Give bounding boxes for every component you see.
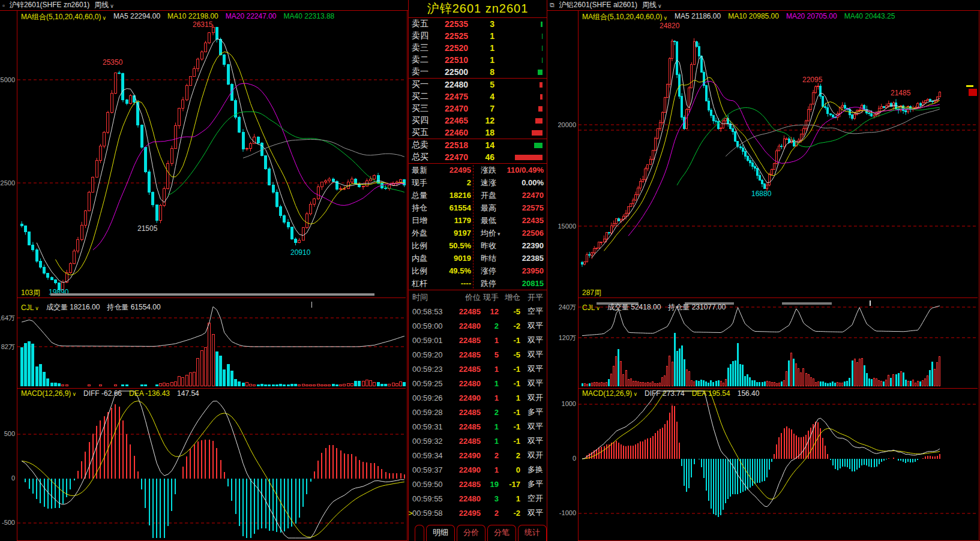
stat-label: 日增: [412, 215, 434, 226]
volume-indicator-dropdown[interactable]: CJL∨: [582, 302, 600, 312]
quote-tabs: 明细分价分笔统计: [409, 525, 547, 541]
ob-label: 卖一: [412, 67, 432, 77]
tape-volume: 1: [481, 336, 499, 345]
ob-label: 买四: [412, 115, 432, 126]
ma-settings-dropdown[interactable]: MA组合(5,10,20,40,60,0)∨: [21, 12, 106, 22]
tape-volume: 19: [481, 480, 499, 489]
ob-volume: 18: [468, 128, 495, 137]
order-book-row-买二[interactable]: 买二224754: [409, 91, 547, 103]
order-book-row-买四[interactable]: 买四2246512: [409, 115, 547, 127]
order-book-row-总卖[interactable]: 总卖2251814: [409, 139, 547, 151]
order-book-row-卖二[interactable]: 卖二225101: [409, 54, 547, 66]
order-book-row-买五[interactable]: 买五2246018: [409, 127, 547, 139]
stat-label: 最高: [481, 203, 506, 214]
quote-stats: 最新22495涨跌110/0.49%现手2速涨0.00%总量18216开盘224…: [409, 164, 547, 290]
ob-price: 22525: [432, 31, 468, 41]
right_chart-price-chart[interactable]: 24820220952148516880287周: [579, 11, 978, 298]
axis-tick-label: -1000: [559, 509, 576, 516]
ob-bar-cell: [495, 46, 544, 51]
tape-header-cell: 增仓: [499, 292, 520, 303]
macd-indicator-dropdown[interactable]: MACD(12,26,9)∨: [582, 389, 637, 398]
left-period-label: 周线: [94, 0, 109, 10]
ma-settings-dropdown[interactable]: MA组合(5,10,20,40,60,0)∨: [582, 12, 667, 22]
current-row-marker: >: [408, 509, 413, 518]
left-period-selector[interactable]: 周线 ∨: [94, 0, 114, 10]
ob-label: 买一: [412, 79, 432, 90]
ob-bar-cell: [495, 22, 544, 27]
tape-price: 22485: [449, 336, 481, 345]
left-chart-area[interactable]: 2631525350215052091019890103周MA组合(5,10,2…: [17, 11, 407, 541]
ob-label: 总卖: [412, 140, 432, 151]
stat-label: 涨停: [481, 266, 506, 276]
right-period-label: 周线: [642, 0, 657, 10]
left_chart-price-chart[interactable]: 2631525350215052091019890103周: [17, 11, 406, 298]
stat-label: 最低: [481, 215, 506, 226]
ob-bar-cell: [495, 58, 544, 63]
tape-time: 00:59:31: [412, 422, 449, 431]
ob-price: 22510: [432, 55, 468, 65]
order-book-row-卖一[interactable]: 卖一225008: [409, 66, 547, 78]
ob-volume: 8: [468, 67, 495, 77]
stat-label: 比例: [412, 241, 434, 251]
tape-header-cell: 价位: [449, 292, 481, 303]
right-chart-area[interactable]: 24820220952148516880287周MA组合(5,10,20,40,…: [578, 11, 979, 541]
stat-label: 速涨: [481, 178, 506, 188]
order-book-row-卖四[interactable]: 卖四225251: [409, 30, 547, 42]
ob-label: 卖五: [412, 19, 432, 29]
tape-row: 00:59:372249010多换: [409, 462, 547, 477]
right_chart-macd-chart[interactable]: [579, 389, 978, 540]
tape-price: 22490: [449, 451, 481, 460]
tape-volume: 2: [481, 321, 499, 330]
stat-value: 23950: [506, 266, 544, 275]
quote-tab-2[interactable]: 分笔: [487, 525, 516, 541]
ob-price: 22535: [432, 19, 468, 29]
ob-price: 22480: [432, 80, 468, 89]
tab-stub[interactable]: [415, 525, 424, 541]
tape-volume: 5: [481, 350, 499, 359]
tape-time: 00:59:20: [412, 350, 449, 359]
left-axis-strip: 2500022500164万82万5000-500: [0, 11, 17, 541]
ob-price: 22500: [432, 67, 468, 77]
tape-flag: 空平: [520, 306, 543, 317]
left_chart-volume-chart[interactable]: [17, 298, 406, 389]
tape-oi-change: -1: [499, 422, 520, 431]
left_chart-macd-chart[interactable]: [17, 389, 406, 540]
tape-price: 22485: [449, 422, 481, 431]
trading-terminal: ▫ 沪锌2601(SHFE zn2601) 周线 ∨ 2500022500164…: [0, 0, 980, 541]
tape-volume: 1: [481, 465, 499, 474]
ob-label: 总买: [412, 152, 432, 163]
ob-volume: 46: [468, 152, 495, 162]
order-book-row-卖五[interactable]: 卖五225353: [409, 18, 547, 30]
ob-depth-bar: [534, 143, 543, 148]
stat-label: 内盘: [412, 253, 434, 264]
right-period-selector[interactable]: 周线 ∨: [642, 0, 662, 10]
quote-tab-0[interactable]: 明细: [426, 525, 455, 541]
tape-oi-change: -5: [499, 307, 520, 316]
stat-row-比例: 比例50.5%昨收22390: [409, 239, 547, 252]
tape-oi-change: -5: [499, 350, 520, 359]
quote-tab-1[interactable]: 分价: [457, 525, 485, 541]
tape-flag: 双平: [520, 435, 543, 446]
macd-indicator-dropdown[interactable]: MACD(12,26,9)∨: [21, 389, 76, 398]
order-book-row-总买[interactable]: 总买2247046: [409, 151, 547, 163]
order-book-row-卖三[interactable]: 卖三225201: [409, 42, 547, 54]
order-book-row-买一[interactable]: 买一224805: [409, 78, 547, 91]
order-book: 卖五225353卖四225251卖三225201卖二225101卖一225008…: [409, 18, 547, 164]
ob-depth-bar: [542, 34, 543, 39]
ob-depth-bar: [540, 82, 543, 88]
ob-label: 卖二: [412, 55, 432, 65]
tape-oi-change: -1: [499, 408, 520, 417]
ob-depth-bar: [538, 70, 543, 75]
tape-header-cell: 现手: [481, 292, 499, 303]
quote-tab-3[interactable]: 统计: [518, 525, 547, 541]
right_chart-volume-chart[interactable]: [579, 298, 978, 389]
layout-icon[interactable]: ⧉: [550, 1, 555, 9]
volume-indicator-dropdown[interactable]: CJL∨: [21, 302, 39, 312]
order-book-row-买三[interactable]: 买三224707: [409, 103, 547, 115]
tape-oi-change: -2: [499, 321, 520, 330]
tape-price: 22490: [449, 465, 481, 474]
axis-tick-label: -500: [2, 519, 15, 526]
window-icon[interactable]: ▫: [2, 2, 5, 9]
tape-oi-change: -1: [499, 379, 520, 388]
tape-price: 22495: [449, 509, 481, 518]
